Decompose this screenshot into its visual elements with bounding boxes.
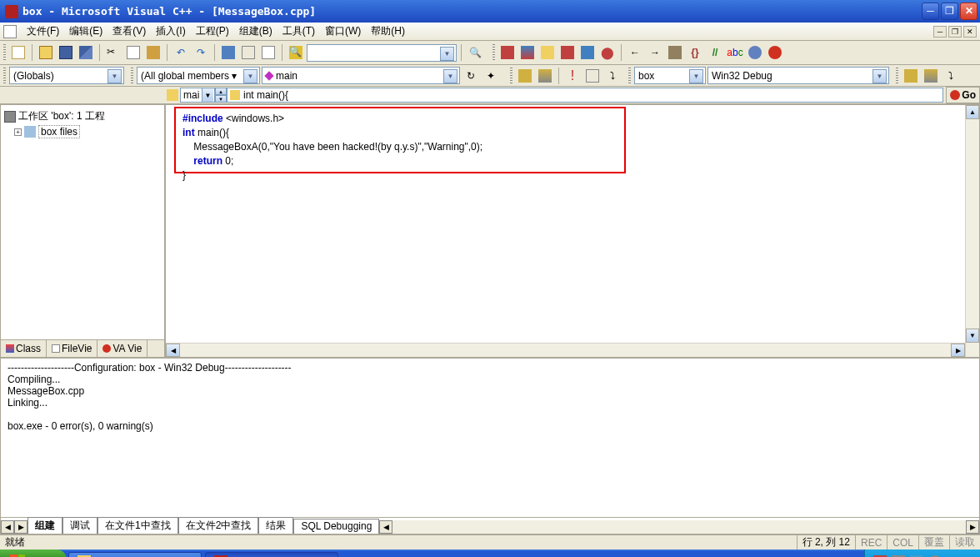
sidebar-tab-va[interactable]: VA Vie <box>98 340 148 357</box>
scroll-right-button[interactable]: ▶ <box>951 344 965 357</box>
stop-build-button[interactable] <box>538 43 557 62</box>
sidebar-tab-file[interactable]: FileVie <box>47 340 98 357</box>
build-solution-button[interactable] <box>536 67 554 85</box>
menu-insert[interactable]: 插入(I) <box>151 23 190 40</box>
copy-button[interactable] <box>124 43 142 62</box>
scroll-right-button[interactable]: ▶ <box>966 520 979 534</box>
new-file-button[interactable] <box>9 43 28 62</box>
scroll-down-button[interactable]: ▼ <box>966 329 979 343</box>
function-combo[interactable]: main <box>262 67 460 84</box>
wizard-button[interactable]: ✦ <box>482 67 500 85</box>
close-button[interactable]: ✕ <box>960 3 978 20</box>
menu-help[interactable]: 帮助(H) <box>366 23 410 40</box>
toolbar-grip[interactable] <box>3 68 6 84</box>
file-crumb-combo[interactable]: mai <box>180 88 215 103</box>
scroll-up-button[interactable]: ▲ <box>966 105 979 119</box>
build-selection-button[interactable] <box>516 67 534 85</box>
compile-button[interactable] <box>498 43 517 62</box>
mdi-minimize-button[interactable]: ─ <box>933 26 947 38</box>
taskbar-item-explorer[interactable]: C:\Documents and... <box>68 552 202 557</box>
tile-button[interactable] <box>902 67 920 85</box>
menu-edit[interactable]: 编辑(E) <box>64 23 108 40</box>
comment-button[interactable]: // <box>706 43 724 62</box>
tomato-icon[interactable] <box>766 43 784 62</box>
bookmark-button[interactable] <box>746 43 764 62</box>
menu-build[interactable]: 组建(B) <box>234 23 278 40</box>
menu-project[interactable]: 工程(P) <box>191 23 234 40</box>
undo-button[interactable]: ↶ <box>172 43 190 62</box>
minimize-button[interactable]: ─ <box>922 3 939 20</box>
scope-combo[interactable]: (Globals) <box>9 67 124 84</box>
go-button[interactable] <box>578 43 597 62</box>
editor-horizontal-scrollbar[interactable]: ◀ ▶ <box>166 343 965 357</box>
save-all-button[interactable] <box>77 43 95 62</box>
window-list-button[interactable] <box>259 43 278 62</box>
tree-workspace-row[interactable]: 工作区 'box': 1 工程 <box>4 108 161 124</box>
step-right-button[interactable]: → <box>646 43 664 62</box>
nav-button[interactable] <box>666 43 684 62</box>
sidebar-tab-class[interactable]: Class <box>1 340 47 357</box>
taskbar-item-vc[interactable]: box - Microsoft ... <box>205 552 338 557</box>
search-button[interactable]: 🔍 <box>466 43 484 62</box>
output-tab-sql[interactable]: SQL Debugging <box>293 519 379 534</box>
cascade-button[interactable] <box>922 67 940 85</box>
start-button[interactable]: 开始 <box>0 549 67 557</box>
build-button[interactable] <box>518 43 537 62</box>
cut-button[interactable]: ✂ <box>104 43 122 62</box>
debug-button[interactable] <box>583 67 602 85</box>
output-tab-find2[interactable]: 在文件2中查找 <box>178 517 259 534</box>
braces-button[interactable]: {} <box>686 43 704 62</box>
find-combo[interactable] <box>307 44 457 62</box>
tree-project-row[interactable]: + box files <box>4 124 161 139</box>
output-button[interactable] <box>239 43 258 62</box>
output-tab-prev-button[interactable]: ◀ <box>1 520 14 534</box>
save-button[interactable] <box>57 43 75 62</box>
toolbar-grip[interactable] <box>628 68 631 84</box>
crumb-up-button[interactable]: ▲ <box>215 88 227 95</box>
mdi-close-button[interactable]: ✕ <box>963 26 977 38</box>
breakpoint-button[interactable]: ⬤ <box>598 43 617 62</box>
output-horizontal-scrollbar[interactable]: ◀ ▶ <box>379 520 979 534</box>
scroll-left-button[interactable]: ◀ <box>166 344 180 357</box>
toolbar-grip[interactable] <box>492 44 495 61</box>
config-combo[interactable]: Win32 Debug <box>708 67 889 84</box>
crumb-down-button[interactable]: ▼ <box>215 95 227 103</box>
toolbar-grip[interactable] <box>510 68 512 84</box>
refresh-button[interactable]: ↻ <box>462 67 480 85</box>
find-in-files-button[interactable]: 🔍 <box>287 43 305 62</box>
output-tab-build[interactable]: 组建 <box>28 517 62 534</box>
scroll-left-button[interactable]: ◀ <box>379 520 392 534</box>
solution-combo[interactable]: box <box>634 67 706 84</box>
build-output-text[interactable]: --------------------Configuration: box -… <box>1 359 979 517</box>
function-crumb[interactable]: int main(){ <box>227 88 943 103</box>
open-file-button[interactable] <box>37 43 55 62</box>
system-tray[interactable]: 15:09 <box>864 549 980 557</box>
step-left-button[interactable]: ← <box>626 43 644 62</box>
step-button[interactable]: ⤵ <box>603 67 622 85</box>
output-tab-next-button[interactable]: ▶ <box>14 520 28 534</box>
abc-button[interactable]: abc <box>726 43 744 62</box>
menu-window[interactable]: 窗口(W) <box>320 23 366 40</box>
maximize-button[interactable]: ❐ <box>941 3 958 20</box>
workspace-tree[interactable]: 工作区 'box': 1 工程 + box files <box>1 105 164 339</box>
expand-icon[interactable]: + <box>14 128 22 136</box>
toolbar-grip[interactable] <box>3 44 6 61</box>
paste-button[interactable] <box>144 43 162 62</box>
output-tab-find1[interactable]: 在文件1中查找 <box>98 517 178 534</box>
menu-tools[interactable]: 工具(T) <box>278 23 320 40</box>
output-tab-debug[interactable]: 调试 <box>62 517 98 534</box>
toolbar-grip[interactable] <box>896 68 898 84</box>
redo-button[interactable]: ↷ <box>192 43 210 62</box>
members-combo[interactable]: (All global members ▾ <box>137 67 260 84</box>
mdi-restore-button[interactable]: ❐ <box>948 26 962 38</box>
menu-file[interactable]: 文件(F) <box>22 23 64 40</box>
editor-vertical-scrollbar[interactable]: ▲ ▼ <box>965 105 979 357</box>
output-tab-results[interactable]: 结果 <box>258 517 293 534</box>
toolbar-grip[interactable] <box>131 68 133 84</box>
workspace-button[interactable] <box>219 43 238 62</box>
run-button[interactable]: ! <box>563 67 582 85</box>
menu-view[interactable]: 查看(V) <box>108 23 151 40</box>
go-button[interactable]: Go <box>946 87 980 103</box>
arrange-button[interactable]: ⤵ <box>942 67 960 85</box>
code-editor[interactable]: #include <windows.h> int main(){ Message… <box>165 104 980 358</box>
